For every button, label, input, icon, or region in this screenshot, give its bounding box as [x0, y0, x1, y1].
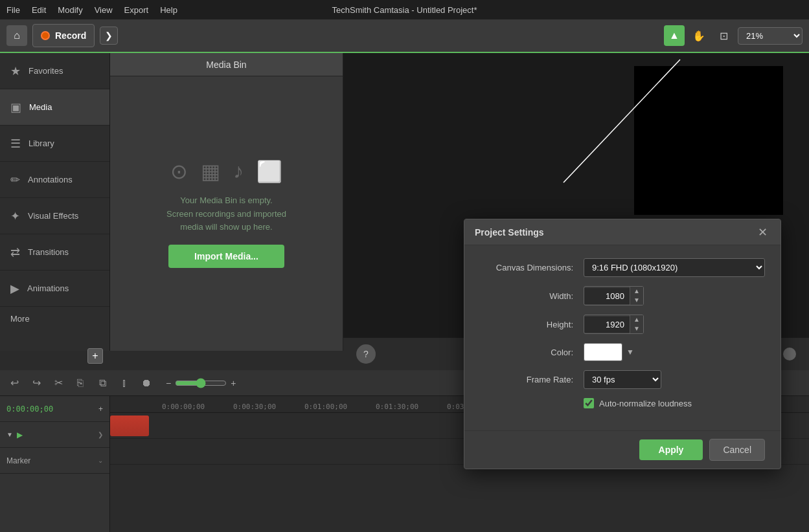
zoom-out-icon: −: [166, 378, 171, 388]
canvas-dimensions-select[interactable]: 9:16 FHD (1080x1920) 16:9 FHD (1920x1080…: [584, 258, 765, 277]
sidebar-item-favorites[interactable]: ★ Favorites: [0, 53, 109, 89]
menu-help[interactable]: Help: [160, 5, 177, 15]
height-label: Height:: [480, 320, 584, 329]
color-label: Color:: [480, 348, 584, 357]
sidebar-label-media: Media: [29, 102, 52, 112]
menu-export[interactable]: Export: [124, 5, 149, 15]
width-input[interactable]: [584, 288, 630, 304]
ruler-mark-0: 0:00:00;00: [162, 403, 233, 411]
zoom-select[interactable]: 21% 50% 75% 100%: [738, 27, 803, 45]
width-spinbox: ▲ ▼: [584, 286, 644, 305]
timeline-time-display: 0:00:00;00: [6, 405, 53, 414]
canvas-dimensions-label: Canvas Dimensions:: [480, 263, 584, 272]
sidebar-label-favorites: Favorites: [28, 66, 63, 76]
menu-modify[interactable]: Modify: [58, 5, 82, 15]
sidebar-label-visual-effects: Visual Effects: [28, 211, 78, 221]
media-bin-title: Media Bin: [206, 60, 246, 70]
color-picker-button[interactable]: [584, 343, 622, 361]
undo-button[interactable]: ↩: [5, 374, 23, 392]
annotations-icon: ✏: [10, 173, 20, 187]
track-clip-1[interactable]: [110, 416, 149, 436]
time-display-row: 0:00:00;00 +: [0, 396, 109, 422]
crop-tool-button[interactable]: ⊡: [713, 25, 734, 46]
width-row: Width: ▲ ▼: [480, 286, 765, 305]
sidebar-label-library: Library: [28, 139, 54, 148]
auto-normalize-checkbox[interactable]: [584, 398, 594, 408]
sidebar-item-animations[interactable]: ▶ Animations: [0, 271, 109, 307]
height-spinbox: ▲ ▼: [584, 315, 644, 334]
zoom-in-icon: +: [231, 378, 236, 388]
apply-button[interactable]: Apply: [639, 439, 703, 460]
menu-edit[interactable]: Edit: [32, 5, 46, 15]
dialog-title: Project Settings: [475, 227, 755, 238]
split-button[interactable]: ⫿: [115, 374, 133, 392]
height-arrows: ▲ ▼: [630, 315, 643, 333]
height-input[interactable]: [584, 316, 630, 333]
menu-view[interactable]: View: [95, 5, 113, 15]
marker-chevron[interactable]: ⌄: [98, 457, 103, 464]
add-panel-button[interactable]: +: [87, 348, 103, 364]
media-bin-content: ⊙ ▦ ♪ ⬜ Your Media Bin is empty. Screen …: [110, 76, 343, 351]
redo-button[interactable]: ↪: [27, 374, 45, 392]
canvas-dimensions-control: 9:16 FHD (1080x1920) 16:9 FHD (1920x1080…: [584, 258, 765, 277]
color-row: Color: ▼: [480, 343, 765, 361]
width-label: Width:: [480, 291, 584, 301]
dialog-body: Canvas Dimensions: 9:16 FHD (1080x1920) …: [464, 245, 781, 430]
import-media-button[interactable]: Import Media...: [168, 245, 284, 268]
height-control: ▲ ▼: [584, 315, 765, 334]
frame-rate-control: 24 fps 25 fps 30 fps 60 fps: [584, 370, 765, 389]
zoom-slider: − +: [166, 378, 236, 388]
auto-normalize-row: Auto-normalize loudness: [480, 398, 765, 408]
record-button[interactable]: Record: [32, 24, 95, 47]
help-button[interactable]: ?: [356, 344, 376, 364]
dialog-header: Project Settings ✕: [464, 219, 781, 245]
left-panel: ★ Favorites ▣ Media ☰ Library ✏ Annotati…: [0, 53, 110, 351]
pan-tool-button[interactable]: ✋: [689, 25, 709, 46]
sidebar-label-transitions: Transitions: [28, 247, 69, 257]
sidebar-item-annotations[interactable]: ✏ Annotations: [0, 162, 109, 198]
track-1-name: ▶: [17, 430, 94, 439]
transitions-icon: ⇄: [10, 245, 20, 260]
project-settings-dialog: Project Settings ✕ Canvas Dimensions: 9:…: [464, 219, 781, 469]
add-track-icon[interactable]: +: [98, 405, 103, 414]
color-control: ▼: [584, 343, 765, 361]
media-type-icons: ⊙ ▦ ♪ ⬜: [170, 159, 282, 184]
cancel-button[interactable]: Cancel: [709, 439, 765, 461]
menu-file[interactable]: File: [6, 5, 20, 15]
color-dropdown-arrow[interactable]: ▼: [626, 348, 634, 357]
width-up-button[interactable]: ▲: [630, 287, 643, 296]
sidebar-item-media[interactable]: ▣ Media: [0, 89, 109, 126]
canvas-dimensions-row: Canvas Dimensions: 9:16 FHD (1080x1920) …: [480, 258, 765, 277]
marker-label: Marker: [6, 456, 94, 465]
sidebar-label-annotations: Annotations: [28, 175, 73, 184]
sidebar-item-more[interactable]: More: [0, 307, 109, 330]
home-button[interactable]: ⌂: [6, 25, 27, 46]
timeline-zoom-slider[interactable]: [175, 378, 227, 388]
sidebar-item-transitions[interactable]: ⇄ Transitions: [0, 234, 109, 271]
track-labels: 0:00:00;00 + ▼ ▶ ❯ Marker ⌄: [0, 396, 110, 532]
sidebar-item-library[interactable]: ☰ Library: [0, 126, 109, 162]
height-up-button[interactable]: ▲: [630, 315, 643, 324]
record-dot: [41, 31, 50, 40]
track-1-arrow: ▼: [6, 431, 13, 438]
paste-button[interactable]: ⧉: [93, 374, 111, 392]
sidebar-item-visual-effects[interactable]: ✦ Visual Effects: [0, 198, 109, 234]
height-down-button[interactable]: ▼: [630, 324, 643, 333]
marker-row: Marker ⌄: [0, 448, 109, 474]
more-label: More: [10, 314, 30, 324]
ruler-mark-2: 0:01:00;00: [304, 403, 376, 411]
select-tool-button[interactable]: ▲: [664, 25, 685, 46]
media-empty-text: Your Media Bin is empty. Screen recordin…: [166, 194, 286, 234]
visual-effects-icon: ✦: [10, 209, 20, 223]
cut-button[interactable]: ✂: [49, 374, 67, 392]
end-indicator: [783, 348, 796, 360]
copy-button[interactable]: ⎘: [71, 374, 89, 392]
toolbar-right: ▲ ✋ ⊡ 21% 50% 75% 100%: [664, 25, 803, 46]
forward-button[interactable]: ❯: [100, 27, 118, 45]
record-timeline-button[interactable]: ⏺: [137, 374, 155, 392]
record-icon: ⊙: [170, 159, 188, 184]
width-down-button[interactable]: ▼: [630, 296, 643, 305]
ruler-mark-1: 0:00:30;00: [233, 403, 304, 411]
dialog-close-button[interactable]: ✕: [755, 225, 770, 240]
frame-rate-select[interactable]: 24 fps 25 fps 30 fps 60 fps: [584, 370, 661, 389]
